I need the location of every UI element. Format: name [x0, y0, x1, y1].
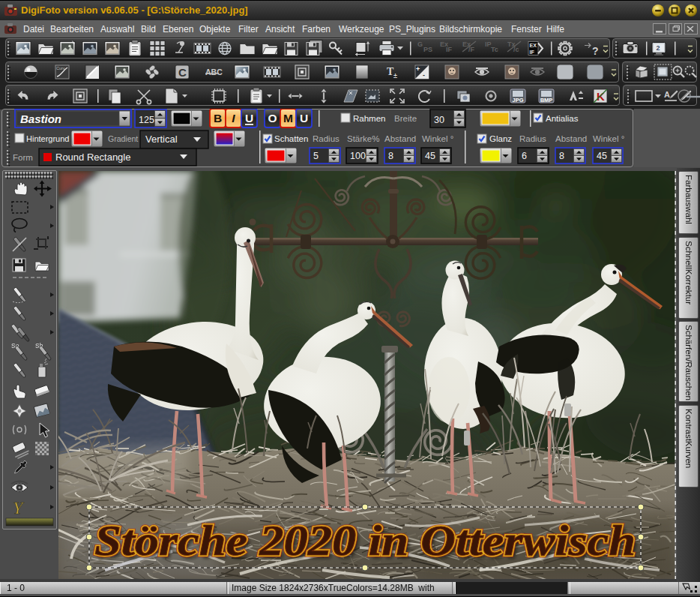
svg-text:Tc: Tc	[491, 46, 498, 53]
svg-text:U: U	[300, 112, 308, 124]
svg-text:Breite: Breite	[394, 114, 417, 123]
svg-text:C: C	[178, 66, 187, 79]
svg-text:30: 30	[434, 115, 444, 125]
svg-text:Radius: Radius	[313, 134, 340, 143]
svg-text:125: 125	[139, 115, 154, 125]
svg-text:+: +	[416, 65, 420, 73]
svg-text:I: I	[232, 112, 235, 124]
svg-text:G: G	[417, 40, 423, 48]
svg-text:O: O	[268, 112, 277, 124]
svg-text:EX: EX	[530, 43, 537, 48]
svg-text:Round Rectangle: Round Rectangle	[55, 152, 130, 163]
svg-text:Schatten: Schatten	[274, 134, 308, 143]
svg-text:8: 8	[388, 151, 393, 161]
svg-text:Rahmen: Rahmen	[353, 114, 385, 123]
svg-text:K: K	[597, 90, 605, 103]
svg-text:Antialias: Antialias	[546, 114, 579, 123]
svg-text:Vertical: Vertical	[145, 134, 178, 145]
svg-text:Abstand: Abstand	[384, 134, 416, 143]
svg-text:B: B	[214, 112, 222, 124]
svg-text:M: M	[283, 112, 293, 124]
svg-text:±: ±	[393, 72, 397, 80]
svg-text:IF: IF	[530, 50, 535, 55]
svg-text:5: 5	[313, 151, 319, 161]
svg-text:45: 45	[425, 151, 435, 161]
svg-text:A: A	[664, 90, 670, 99]
svg-text:6: 6	[522, 151, 527, 161]
svg-text:100: 100	[350, 151, 366, 161]
svg-text:BMP: BMP	[540, 97, 553, 104]
svg-text:Radius: Radius	[519, 134, 546, 143]
svg-text:?: ?	[592, 45, 599, 57]
svg-text:Gradient: Gradient	[108, 134, 138, 143]
svg-text:2: 2	[657, 44, 660, 52]
svg-text:Bastion: Bastion	[20, 112, 61, 125]
svg-text:Curv: Curv	[56, 66, 65, 70]
svg-text:JPG: JPG	[512, 97, 523, 104]
svg-text:ABC: ABC	[205, 68, 223, 76]
svg-text:Abstand: Abstand	[555, 134, 587, 143]
svg-text:Stärke%: Stärke%	[347, 134, 379, 143]
svg-text:U: U	[245, 112, 253, 124]
svg-text:Glanz: Glanz	[489, 134, 512, 143]
svg-text:8: 8	[559, 151, 564, 161]
svg-text:Form: Form	[13, 153, 33, 162]
svg-text:Störche 2020 in Otterwisch: Störche 2020 in Otterwisch	[94, 516, 636, 565]
svg-text:IF: IF	[446, 46, 453, 53]
svg-text:Winkel °: Winkel °	[422, 134, 453, 143]
svg-text:-: -	[423, 71, 425, 79]
svg-text:Hintergrund: Hintergrund	[26, 134, 69, 143]
svg-text:PS: PS	[423, 46, 432, 53]
svg-text:Winkel °: Winkel °	[593, 134, 624, 143]
svg-text:Y: Y	[13, 498, 25, 518]
svg-text:45: 45	[597, 151, 607, 161]
